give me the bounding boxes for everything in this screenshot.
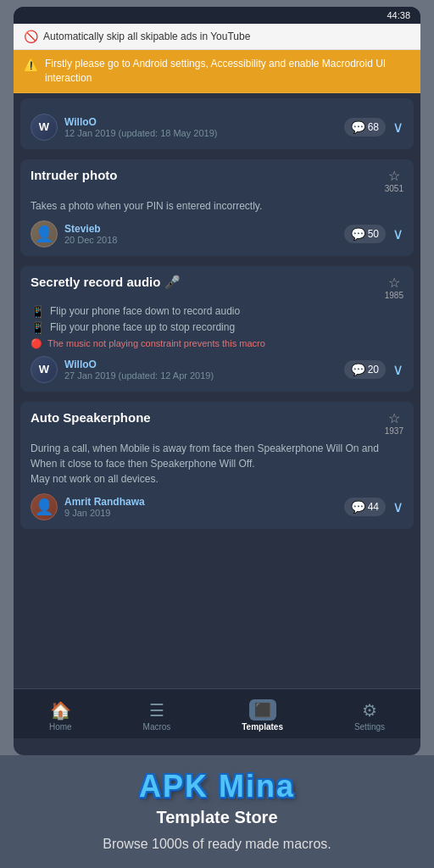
macro-footer: 👤 Amrit Randhawa 9 Jan 2019 💬 44 ∨ [31,493,403,520]
comment-icon: 💬 [351,227,365,241]
macro-title: Intruder photo [31,168,378,182]
comment-badge[interactable]: 💬 50 [344,225,386,243]
settings-icon: ⚙ [362,700,377,721]
macro-card-audio: Secretly record audio 🎤 ☆ 1985 📱 Flip yo… [20,266,414,392]
nav-label-templates: Templates [242,722,283,732]
author-name: WilloO [64,359,337,370]
template-store-desc: Browse 1000s of ready made macros. [14,834,420,854]
comment-badge[interactable]: 💬 44 [344,498,386,516]
author-info: Stevieb 20 Dec 2018 [64,223,337,245]
nav-item-macros[interactable]: ☰ Macros [130,697,185,735]
flip-up-icon: 📱 [31,321,45,335]
author-name: Amrit Randhawa [64,496,337,508]
skip-ads-text: Automatically skip all skipable ads in Y… [43,31,250,42]
macro-card-intruder: Intruder photo ☆ 3051 Takes a photo when… [20,159,414,256]
star-section: ☆ 1985 [385,275,403,300]
author-date: 20 Dec 2018 [64,235,337,245]
status-time: 44:38 [387,10,410,20]
expand-button[interactable]: ∨ [392,225,403,243]
templates-icon: ⬛ [249,699,276,721]
author-info: WilloO 12 Jan 2019 (updated: 18 May 2019… [64,116,337,138]
phone-container: 44:38 🚫 Automatically skip all skipable … [0,0,434,868]
macro-desc: During a call, when Mobile is away from … [31,441,403,487]
macro-title: Auto Speakerphone [31,410,378,425]
bottom-nav: 🏠 Home ☰ Macros ⬛ Templates ⚙ Settings [14,688,420,738]
desc-flip-up: Flip your phone face up to stop recordin… [50,321,235,333]
star-section: ☆ 1937 [385,410,403,436]
author-info: WilloO 27 Jan 2019 (updated: 12 Apr 2019… [64,359,337,381]
flip-down-icon: 📱 [31,305,45,319]
constraint-text: The music not playing constraint prevent… [47,338,265,348]
desc-flip-down: Flip your phone face down to record audi… [50,305,240,317]
comment-badge[interactable]: 💬 68 [344,118,386,136]
macros-icon: ☰ [149,700,164,721]
nav-label-macros: Macros [143,722,171,732]
skip-ads-icon: 🚫 [24,30,38,43]
expand-button[interactable]: ∨ [392,498,403,516]
author-info: Amrit Randhawa 9 Jan 2019 [64,496,337,518]
star-icon[interactable]: ☆ [388,410,400,426]
constraint-note: 🔴 The music not playing constraint preve… [31,338,403,349]
comment-icon: 💬 [351,500,365,514]
constraint-icon: 🔴 [31,338,42,349]
author-date: 27 Jan 2019 (updated: 12 Apr 2019) [64,370,337,381]
macro-header: Intruder photo ☆ 3051 [31,168,403,193]
author-date: 12 Jan 2019 (updated: 18 May 2019) [64,128,337,138]
star-icon[interactable]: ☆ [388,168,400,184]
macro-title: Secretly record audio 🎤 [31,275,378,290]
comment-count: 20 [368,364,379,376]
star-count: 1937 [385,426,403,436]
bottom-banner: APK Mina Template Store Browse 1000s of … [0,755,434,868]
apk-mina-title: APK Mina [14,769,420,804]
comment-badge[interactable]: 💬 20 [344,360,386,379]
star-icon[interactable]: ☆ [388,275,400,291]
comment-count: 50 [368,228,379,240]
macro-footer: W WilloO 12 Jan 2019 (updated: 18 May 20… [31,114,403,141]
app-screen: 44:38 🚫 Automatically skip all skipable … [14,7,420,755]
star-count: 1985 [385,291,403,300]
expand-button[interactable]: ∨ [392,118,403,136]
star-count: 3051 [385,184,403,193]
avatar: W [31,356,58,383]
comment-count: 68 [368,121,379,133]
expand-button[interactable]: ∨ [392,360,403,379]
avatar: W [31,114,58,141]
nav-label-home: Home [49,722,72,732]
notification-bar: ⚠️ Firstly please go to Android settings… [14,50,420,93]
macro-header: Secretly record audio 🎤 ☆ 1985 [31,275,403,300]
status-bar: 44:38 [14,7,420,24]
skip-ads-bar: 🚫 Automatically skip all skipable ads in… [14,24,420,50]
macro-card-speakerphone: Auto Speakerphone ☆ 1937 During a call, … [20,402,414,529]
comment-icon: 💬 [351,363,365,376]
template-store-title: Template Store [14,808,420,827]
comment-icon: 💬 [351,120,365,134]
nav-item-home[interactable]: 🏠 Home [36,697,86,735]
avatar: 👤 [31,220,58,248]
macro-footer: W WilloO 27 Jan 2019 (updated: 12 Apr 20… [31,356,403,383]
home-icon: 🏠 [50,700,71,721]
macro-desc: Takes a photo when your PIN is entered i… [31,198,403,214]
author-name: Stevieb [64,223,337,235]
nav-label-settings: Settings [354,722,385,732]
author-name: WilloO [64,116,337,128]
macro-desc-item: 📱 Flip your phone face down to record au… [31,305,403,319]
comment-count: 44 [368,501,379,513]
macro-card-willoo-first: W WilloO 12 Jan 2019 (updated: 18 May 20… [20,98,414,149]
nav-item-settings[interactable]: ⚙ Settings [341,697,398,735]
author-date: 9 Jan 2019 [64,508,337,518]
nav-item-templates[interactable]: ⬛ Templates [228,696,297,735]
macro-header: Auto Speakerphone ☆ 1937 [31,410,403,436]
star-section: ☆ 3051 [385,168,403,193]
macro-desc-item: 📱 Flip your phone face up to stop record… [31,321,403,335]
warning-icon: ⚠️ [24,58,38,71]
macro-footer: 👤 Stevieb 20 Dec 2018 💬 50 ∨ [31,220,403,248]
notification-text: Firstly please go to Android settings, A… [45,57,410,86]
avatar: 👤 [31,493,58,520]
